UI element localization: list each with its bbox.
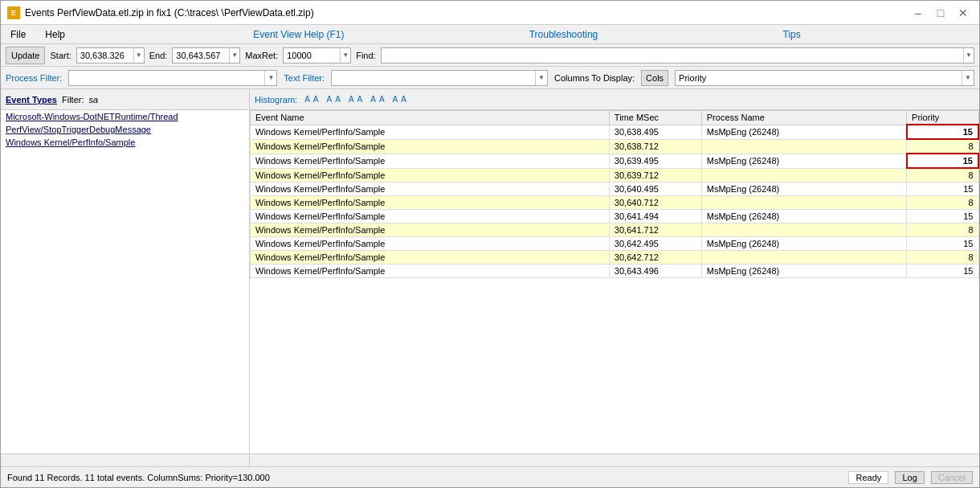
sort-arrow[interactable]: A bbox=[392, 95, 399, 104]
right-scrollbar[interactable] bbox=[250, 454, 979, 466]
menu-event-view-help[interactable]: Event View Help (F1) bbox=[253, 29, 344, 40]
table-row[interactable]: Windows Kernel/PerfInfo/Sample30,638.495… bbox=[251, 125, 979, 139]
left-scrollbar[interactable] bbox=[1, 454, 250, 466]
end-label: End: bbox=[149, 51, 168, 60]
priority-input[interactable] bbox=[676, 71, 962, 85]
cell-priority: 8 bbox=[907, 223, 978, 237]
sort-arrow[interactable]: A bbox=[304, 95, 311, 104]
sort-arrow[interactable]: A bbox=[370, 95, 377, 104]
text-filter-dropdown: ▼ bbox=[331, 70, 548, 86]
filter-bar: Process Filter: ▼ Text Filter: ▼ Columns… bbox=[1, 67, 979, 89]
left-panel-header: Event Types Filter: sa bbox=[1, 89, 249, 110]
sort-arrows-5: A A bbox=[392, 95, 407, 104]
cell-process bbox=[701, 251, 906, 265]
title-bar: E Events PerfViewData.etl.zip in fix1 (C… bbox=[1, 1, 979, 25]
cell-process bbox=[701, 139, 906, 154]
start-input[interactable] bbox=[77, 48, 133, 63]
sort-arrow[interactable]: A bbox=[326, 95, 333, 104]
sort-arrow[interactable]: A bbox=[400, 95, 407, 104]
sort-arrows-1: A A bbox=[304, 95, 319, 104]
cell-priority: 15 bbox=[907, 210, 978, 223]
find-input-container: ▼ bbox=[381, 47, 974, 64]
cell-priority: 8 bbox=[907, 168, 978, 182]
table-row[interactable]: Windows Kernel/PerfInfo/Sample30,642.712… bbox=[251, 251, 979, 265]
sort-arrow[interactable]: A bbox=[312, 95, 320, 104]
text-filter-arrow[interactable]: ▼ bbox=[535, 71, 547, 85]
text-filter-input[interactable] bbox=[332, 71, 535, 85]
cancel-button[interactable]: Cancel bbox=[931, 471, 973, 484]
event-list: Microsoft-Windows-DotNETRuntime/Thread P… bbox=[1, 110, 249, 453]
end-input[interactable] bbox=[173, 48, 229, 63]
histogram-link[interactable]: Histogram: bbox=[255, 95, 297, 105]
update-button[interactable]: Update bbox=[6, 47, 45, 64]
cell-process: MsMpEng (26248) bbox=[701, 237, 906, 251]
table-row[interactable]: Windows Kernel/PerfInfo/Sample30,641.712… bbox=[251, 223, 979, 237]
cell-time: 30,642.712 bbox=[609, 251, 701, 265]
event-item[interactable]: PerfView/StopTriggerDebugMessage bbox=[1, 123, 249, 136]
end-dropdown-arrow[interactable]: ▼ bbox=[229, 48, 239, 63]
log-button[interactable]: Log bbox=[895, 471, 924, 484]
menu-tips[interactable]: Tips bbox=[783, 29, 801, 40]
maximize-button[interactable]: □ bbox=[931, 5, 950, 21]
cell-priority: 15 bbox=[907, 182, 978, 196]
status-text: Found 11 Records. 11 total events. Colum… bbox=[7, 473, 842, 482]
table-row[interactable]: Windows Kernel/PerfInfo/Sample30,643.496… bbox=[251, 265, 979, 278]
sort-arrow[interactable]: A bbox=[348, 95, 355, 104]
maxret-input[interactable] bbox=[284, 48, 340, 63]
table-row[interactable]: Windows Kernel/PerfInfo/Sample30,642.495… bbox=[251, 237, 979, 251]
event-types-label[interactable]: Event Types bbox=[6, 95, 57, 105]
cell-event-name: Windows Kernel/PerfInfo/Sample bbox=[251, 251, 610, 265]
col-header-event-name[interactable]: Event Name bbox=[251, 111, 610, 125]
col-header-priority[interactable]: Priority bbox=[907, 111, 978, 125]
start-dropdown-arrow[interactable]: ▼ bbox=[133, 48, 144, 63]
col-header-process[interactable]: Process Name bbox=[701, 111, 906, 125]
process-filter-link[interactable]: Process Filter: bbox=[6, 73, 62, 83]
table-row[interactable]: Windows Kernel/PerfInfo/Sample30,638.712… bbox=[251, 139, 979, 154]
cell-time: 30,641.494 bbox=[609, 210, 701, 223]
cell-process: MsMpEng (26248) bbox=[701, 154, 906, 168]
window-title: Events PerfViewData.etl.zip in fix1 (C:\… bbox=[25, 7, 314, 18]
table-row[interactable]: Windows Kernel/PerfInfo/Sample30,640.495… bbox=[251, 182, 979, 196]
cols-button[interactable]: Cols bbox=[641, 70, 668, 86]
cell-event-name: Windows Kernel/PerfInfo/Sample bbox=[251, 182, 610, 196]
cell-priority: 15 bbox=[907, 154, 978, 168]
menu-help[interactable]: Help bbox=[42, 27, 68, 42]
cell-event-name: Windows Kernel/PerfInfo/Sample bbox=[251, 196, 610, 210]
columns-label: Columns To Display: bbox=[554, 73, 635, 83]
cell-time: 30,639.712 bbox=[609, 168, 701, 182]
process-filter-dropdown: ▼ bbox=[68, 70, 277, 86]
text-filter-link[interactable]: Text Filter: bbox=[284, 73, 325, 83]
sort-arrow[interactable]: A bbox=[378, 95, 386, 104]
menu-troubleshooting[interactable]: Troubleshooting bbox=[529, 29, 598, 40]
table-row[interactable]: Windows Kernel/PerfInfo/Sample30,639.712… bbox=[251, 168, 979, 182]
table-row[interactable]: Windows Kernel/PerfInfo/Sample30,641.494… bbox=[251, 210, 979, 223]
minimize-button[interactable]: – bbox=[909, 5, 928, 21]
event-item[interactable]: Windows Kernel/PerfInfo/Sample bbox=[1, 136, 249, 149]
cell-time: 30,640.712 bbox=[609, 196, 701, 210]
event-item[interactable]: Microsoft-Windows-DotNETRuntime/Thread bbox=[1, 110, 249, 123]
cell-priority: 8 bbox=[907, 196, 978, 210]
sort-arrow[interactable]: A bbox=[334, 95, 341, 104]
right-panel: Histogram: A A A A A A A A A bbox=[250, 89, 979, 453]
priority-arrow[interactable]: ▼ bbox=[962, 71, 974, 85]
cell-process bbox=[701, 196, 906, 210]
process-filter-input[interactable] bbox=[69, 71, 264, 85]
find-input[interactable] bbox=[382, 48, 963, 63]
maxret-dropdown-arrow[interactable]: ▼ bbox=[340, 48, 350, 63]
cell-priority: 15 bbox=[907, 125, 978, 139]
col-header-time[interactable]: Time MSec bbox=[609, 111, 701, 125]
cell-process bbox=[701, 223, 906, 237]
table-row[interactable]: Windows Kernel/PerfInfo/Sample30,640.712… bbox=[251, 196, 979, 210]
menu-file[interactable]: File bbox=[7, 27, 29, 42]
filter-value: sa bbox=[89, 95, 99, 105]
cell-time: 30,638.495 bbox=[609, 125, 701, 139]
process-filter-arrow[interactable]: ▼ bbox=[264, 71, 276, 85]
cell-event-name: Windows Kernel/PerfInfo/Sample bbox=[251, 139, 610, 154]
sort-arrow[interactable]: A bbox=[357, 95, 364, 104]
table-row[interactable]: Windows Kernel/PerfInfo/Sample30,639.495… bbox=[251, 154, 979, 168]
menu-bar: File Help Event View Help (F1) Troublesh… bbox=[1, 25, 979, 44]
close-button[interactable]: ✕ bbox=[953, 5, 973, 21]
find-dropdown-arrow[interactable]: ▼ bbox=[963, 48, 974, 63]
table-header-bar: Histogram: A A A A A A A A A bbox=[250, 89, 979, 110]
status-ready: Ready bbox=[848, 471, 888, 484]
